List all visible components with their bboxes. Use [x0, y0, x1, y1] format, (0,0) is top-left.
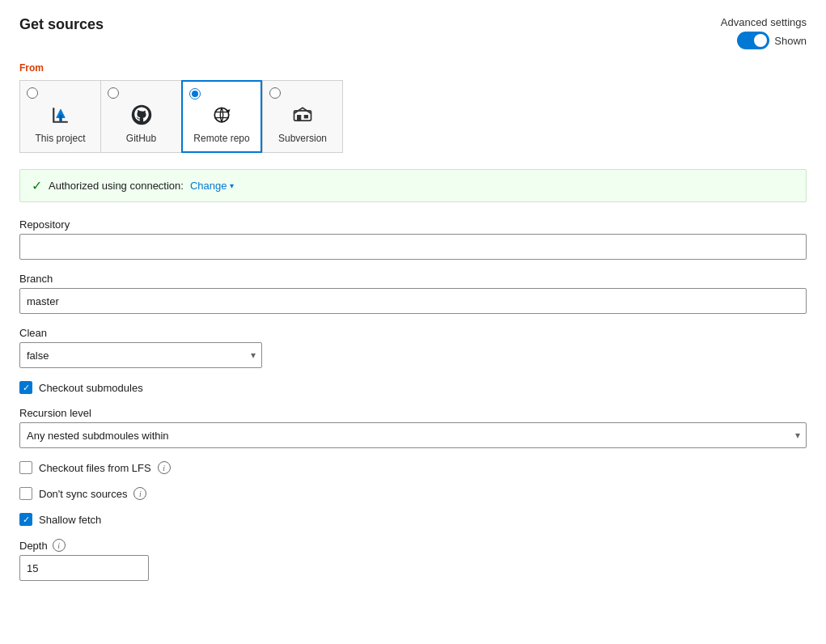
branch-input[interactable] — [19, 288, 807, 314]
branch-field-group: Branch — [19, 273, 807, 314]
auth-banner: ✓ Authorized using connection: Change ▾ — [19, 169, 807, 202]
github-icon — [129, 102, 155, 128]
checkout-lfs-checkbox[interactable] — [19, 461, 32, 474]
svg-rect-1 — [59, 115, 62, 122]
radio-remote-repo[interactable] — [189, 88, 201, 100]
source-option-remote-repo-label: Remote repo — [193, 133, 249, 144]
recursion-level-select[interactable]: Any nested subdmoules within Single leve… — [19, 422, 807, 448]
source-option-github[interactable]: GitHub — [100, 80, 181, 153]
this-project-icon — [48, 102, 74, 128]
recursion-select-wrapper: Any nested subdmoules within Single leve… — [19, 422, 807, 448]
svg-rect-7 — [297, 115, 301, 121]
radio-subversion[interactable] — [269, 87, 281, 99]
recursion-level-label: Recursion level — [19, 407, 807, 419]
advanced-settings-section: Advanced settings Shown — [721, 16, 807, 49]
auth-text: Authorized using connection: — [49, 180, 184, 192]
depth-input[interactable] — [19, 555, 149, 581]
repository-field-group: Repository — [19, 218, 807, 260]
dont-sync-label: Don't sync sources — [39, 488, 127, 500]
repository-input[interactable] — [19, 234, 807, 260]
depth-info-icon[interactable]: i — [53, 539, 66, 552]
auth-change-link[interactable]: Change ▾ — [190, 180, 234, 192]
repository-label: Repository — [19, 218, 807, 231]
clean-field-group: Clean false true ▾ — [19, 327, 807, 368]
depth-field-group: Depth i — [19, 539, 807, 581]
advanced-settings-label: Advanced settings — [721, 16, 807, 28]
checkout-submodules-checkbox[interactable] — [19, 381, 32, 394]
dont-sync-info-icon[interactable]: i — [133, 487, 146, 500]
checkout-submodules-label: Checkout submodules — [39, 382, 143, 394]
shallow-fetch-row: Shallow fetch — [19, 513, 807, 526]
dont-sync-checkbox[interactable] — [19, 487, 32, 500]
radio-github[interactable] — [108, 87, 119, 99]
depth-label: Depth — [19, 540, 48, 552]
source-options-group: This project GitHub — [19, 80, 807, 153]
source-option-this-project[interactable]: This project — [19, 80, 100, 153]
advanced-settings-toggle[interactable] — [737, 32, 769, 49]
branch-label: Branch — [19, 273, 807, 285]
source-option-remote-repo[interactable]: Remote repo — [181, 80, 262, 153]
toggle-shown-label: Shown — [774, 35, 807, 47]
source-option-subversion-label: Subversion — [278, 133, 327, 144]
checkout-lfs-label: Checkout files from LFS — [39, 462, 151, 474]
source-option-subversion[interactable]: Subversion — [262, 80, 343, 153]
clean-select[interactable]: false true — [19, 342, 262, 368]
svg-point-3 — [214, 108, 229, 122]
subversion-icon — [290, 102, 316, 128]
checkout-lfs-row: Checkout files from LFS i — [19, 461, 807, 474]
source-option-github-label: GitHub — [126, 133, 156, 144]
shallow-fetch-label: Shallow fetch — [39, 514, 101, 526]
source-option-this-project-label: This project — [35, 133, 85, 144]
dont-sync-row: Don't sync sources i — [19, 487, 807, 500]
svg-rect-8 — [304, 115, 308, 118]
checkout-lfs-info-icon[interactable]: i — [158, 461, 171, 474]
radio-this-project[interactable] — [27, 87, 38, 99]
auth-change-chevron-icon: ▾ — [230, 181, 234, 190]
clean-select-wrapper: false true ▾ — [19, 342, 262, 368]
remote-repo-icon — [209, 102, 235, 128]
checkout-submodules-row: Checkout submodules — [19, 381, 807, 394]
from-label: From — [19, 62, 807, 74]
clean-label: Clean — [19, 327, 807, 339]
shallow-fetch-checkbox[interactable] — [19, 513, 32, 526]
page-title: Get sources — [19, 16, 104, 33]
auth-check-icon: ✓ — [32, 178, 42, 193]
auth-change-label: Change — [190, 180, 227, 192]
recursion-level-field-group: Recursion level Any nested subdmoules wi… — [19, 407, 807, 448]
